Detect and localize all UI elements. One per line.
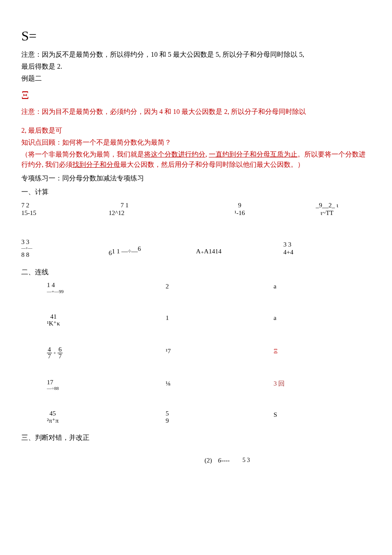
answer-underline3: 找到分子和分母 [72,161,120,168]
link-r5c1-top: 45 [47,410,166,417]
calc-r1c3: 9 ¹-16 [196,201,283,217]
section1-title: 一、计算 [21,187,371,197]
calc-r2c2: 61 1 —÷—6 [109,238,196,259]
link-r2c1-top: 41 [47,313,166,320]
example2-label: 例题二 [21,73,371,84]
link-r5c1-bot: ²π⁺π [47,417,166,424]
calc-r1c1-top: 7 2 [21,201,109,209]
section2-title: 二、连线 [21,267,371,277]
link-r1c2: 2 [166,282,274,294]
link-r3c1-frac2: 6 7 [58,346,63,360]
link-grid: 1 4 —+—99 2 a 41 ¹K⁺κ 1 a 4 7 + 6 7 ¹7 Ξ… [47,282,371,424]
review-answer: （将一个非最简分数化为最简，我们就是将这个分数进行约分, 一直约到分子和分母互质… [21,149,371,170]
calc-r2c4: 3 3 4+4 [283,238,371,259]
answer-end: 最大公因数，然后用分子和分母同时除以他们最大公因数。） [120,161,304,168]
calc-r1c2: 7 1 12^12 [109,201,196,217]
note1-pre: 注意：因为反不是最简分数，所以得约分， [21,51,151,58]
link-r4c1-bot: —÷88 [47,386,166,391]
note2-line1: 注意：因为目不是最简分数，必须约分，因为 4 和 10 最大公因数是 2, 所以… [21,107,371,117]
calc-r2c3: A₊A1414 [196,238,283,259]
calc-r1c2-top: 7 1 [109,201,196,209]
review-question: 知识点回顾：如何将一个不是最简分数化为最简？ [21,137,371,148]
calc-r2c2-pre: 6 [109,250,112,256]
calc-r1c4-bot: ι~TT [283,209,371,217]
link-r4c1-top: 17 [47,379,166,386]
link-r3c3: Ξ [274,346,371,360]
section3-title: 三、判断对错，并改正 [0,433,371,443]
link-r1c1: 1 4 —+—99 [47,282,166,294]
calc-r1c3-bot: ¹-16 [196,209,283,217]
calc-r2c2-suf: 6 [138,245,141,252]
calc-r1c1-bot: 15-15 [21,209,109,217]
calc-r1c1: 7 2 15-15 [21,201,109,217]
problem2-label: (2) [205,456,212,465]
link-r5c1: 45 ²π⁺π [47,410,166,424]
calc-r1c3-top: 9 [196,201,283,209]
link-r1c1-top: 1 4 [47,282,166,289]
problem2: (2) 6---- 5 3 [205,456,371,465]
answer-pre: （将一个非最简分数化为最简，我们就是 [21,151,144,158]
problem2-sup: 5 3 [242,456,250,465]
practice1-title: 专项练习一：同分母分数加减法专项练习 [21,173,371,183]
link-r3c1-n1: 4 [47,346,52,353]
link-r2c1: 41 ¹K⁺κ [47,313,166,327]
calc-r1c4-top: _9__2_ ι [283,201,371,209]
link-r4c3: 3 回 [274,379,371,391]
xi-symbol-icon: Ξ [21,86,371,104]
link-r3c1-frac1: 4 7 [47,346,52,360]
calc-r2c1-bot: 8 8 [21,251,109,259]
link-r3c1-d1: 7 [47,353,52,360]
note2-line2: 2, 最后数是可 [21,125,371,136]
calc-r2c4-bot: 4+4 [283,248,371,256]
calc-grid: 7 2 15-15 7 1 12^12 9 ¹-16 _9__2_ ι ι~TT… [21,201,371,259]
link-r2c2: 1 [166,313,274,327]
calc-r1c4: _9__2_ ι ι~TT [283,201,371,217]
calc-r2c1-top: 3 3 [21,238,109,246]
link-r5c2-bot: 9 [166,417,274,424]
calc-r2c1-mid: —+— [21,246,109,251]
calc-r2c1: 3 3 —+— 8 8 [21,238,109,259]
link-r1c3: a [274,282,371,294]
link-r4c2: ⅛ [166,379,274,391]
answer-underline2: 一直约到分子和分母互质为止 [209,151,297,158]
link-r2c1-bot: ¹K⁺κ [47,320,166,327]
problem2-expr: 6---- [218,456,230,465]
s-equals-heading: S= [21,26,371,46]
calc-r2c4-top: 3 3 [283,241,371,248]
link-r5c2: 5 9 [166,410,274,424]
note1-mid: 10 和 5 最大公因数是 5, 所以分子和分母同时除以 5, [151,51,304,58]
link-r1c1-bot: —+—99 [47,289,166,294]
calc-r1c2-bot: 12^12 [109,209,196,217]
answer-underline1: 将这个分数进行约分 [144,151,205,158]
link-r5c3: S [274,410,371,424]
note1-line2: 最后得数是 2. [21,61,371,72]
link-r5c2-top: 5 [166,410,274,417]
link-r3c1-n2: 6 [58,346,63,353]
link-r3c2: ¹7 [166,346,274,360]
answer-mid: , [205,151,209,158]
link-r3c1-op: + [53,350,56,355]
link-r3c1-d2: 7 [58,353,63,360]
calc-r2c2-main: 1 1 —÷— [112,248,138,255]
link-r2c3: a [274,313,371,327]
note1-line1: 注意：因为反不是最简分数，所以得约分，10 和 5 最大公因数是 5, 所以分子… [21,49,371,60]
link-r4c1: 17 —÷88 [47,379,166,391]
link-r3c1: 4 7 + 6 7 [47,346,166,360]
